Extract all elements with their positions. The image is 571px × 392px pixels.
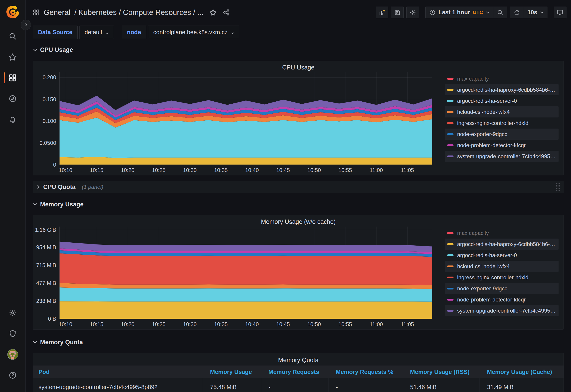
legend-item[interactable]: node-problem-detector-kfcqr <box>445 140 558 151</box>
chevron-down-icon <box>231 29 234 36</box>
active-indicator <box>4 72 5 83</box>
time-range-picker[interactable]: Last 1 hour UTC <box>426 7 493 18</box>
legend-item[interactable]: node-exporter-9dgcc <box>445 283 558 294</box>
table-cell: - <box>328 378 403 392</box>
x-axis-tick-label: 11:05 <box>401 167 414 173</box>
legend-swatch <box>447 155 454 157</box>
panel-title[interactable]: CPU Usage <box>36 63 561 72</box>
area-series <box>59 253 432 285</box>
x-axis-tick-label: 11:00 <box>370 167 383 173</box>
legend-item[interactable]: node-exporter-9dgcc <box>445 128 558 140</box>
zoom-out-button[interactable] <box>493 7 507 18</box>
sidebar-item-dashboards[interactable] <box>0 68 26 88</box>
expand-sidebar-button[interactable] <box>21 20 31 30</box>
breadcrumb-path[interactable]: / Kubernetes / Compute Resources / ... <box>74 8 203 17</box>
legend-item[interactable]: hcloud-csi-node-lwfx4 <box>445 106 558 117</box>
share-dashboard-button[interactable] <box>223 9 230 16</box>
monitor-icon <box>557 9 564 16</box>
add-panel-button[interactable] <box>376 7 388 18</box>
column-header[interactable]: Memory Usage (RSS) <box>403 365 480 378</box>
y-axis-tick-label: 0.150 <box>43 96 56 102</box>
section-memory-usage[interactable]: Memory Usage <box>33 199 564 209</box>
sidebar-item-help[interactable] <box>0 365 26 386</box>
legend-item[interactable]: argocd-redis-ha-haproxy-6cdbb584b6-z72nt <box>445 84 558 95</box>
chart-plot-area[interactable] <box>59 226 432 319</box>
stacked-area-chart <box>59 72 432 165</box>
x-axis-tick-label: 10:10 <box>59 167 72 173</box>
column-header[interactable]: Memory Requests % <box>328 365 403 378</box>
chart-legend: max capacityargocd-redis-ha-haproxy-6cdb… <box>432 226 561 328</box>
zoom-out-icon <box>497 9 503 16</box>
sidebar <box>0 0 26 392</box>
sidebar-item-profile[interactable] <box>0 344 26 365</box>
table-cell: system-upgrade-controller-7cfb4c4995-8p8… <box>33 378 203 392</box>
legend-item[interactable]: system-upgrade-controller-7cfb4c4995-8p8… <box>445 305 558 316</box>
stacked-area-chart <box>59 226 432 319</box>
legend-label: argocd-redis-ha-server-0 <box>457 252 517 258</box>
legend-item[interactable]: argocd-redis-ha-server-0 <box>445 250 558 261</box>
legend-label: argocd-redis-ha-server-0 <box>457 98 517 104</box>
node-value-dropdown[interactable]: controlplane.bee.k8s.vxm.cz <box>148 26 239 39</box>
legend-item[interactable]: ingress-nginx-controller-hdxld <box>445 272 558 283</box>
legend-item[interactable]: hcloud-csi-node-lwfx4 <box>445 261 558 272</box>
legend-item[interactable]: ingress-nginx-controller-hdxld <box>445 117 558 128</box>
area-series <box>59 301 432 319</box>
datasource-value-dropdown[interactable]: default <box>79 26 114 39</box>
column-header[interactable]: Memory Usage <box>203 365 261 378</box>
dashboard-settings-button[interactable] <box>406 7 419 18</box>
x-axis-tick-label: 11:05 <box>401 321 414 327</box>
panel-title[interactable]: Memory Usage (w/o cache) <box>36 217 561 226</box>
y-axis-tick-label: 0 <box>53 162 56 168</box>
sidebar-item-search[interactable] <box>0 26 26 47</box>
sidebar-item-server-admin[interactable] <box>0 323 26 344</box>
gear-icon <box>409 9 416 16</box>
table-cell: 31.49 MiB <box>480 378 564 392</box>
section-memory-quota[interactable]: Memory Quota <box>33 337 564 347</box>
legend-swatch <box>447 243 454 245</box>
legend-item[interactable]: argocd-redis-ha-server-0 <box>445 95 558 106</box>
legend-swatch <box>447 111 454 113</box>
legend-item[interactable]: node-problem-detector-kfcqr <box>445 294 558 305</box>
star-dashboard-button[interactable] <box>209 9 217 16</box>
table-header-row: PodMemory UsageMemory RequestsMemory Req… <box>33 365 564 378</box>
panel-title[interactable]: Memory Quota <box>33 355 564 365</box>
table-row[interactable]: system-upgrade-controller-7cfb4c4995-8p8… <box>33 378 564 392</box>
sidebar-item-explore[interactable] <box>0 88 26 109</box>
section-title: Memory Usage <box>40 201 84 208</box>
legend-item[interactable]: max capacity <box>445 73 558 84</box>
column-header[interactable]: Pod <box>33 365 203 378</box>
legend-swatch <box>447 254 454 256</box>
node-label-chip: node <box>122 26 146 39</box>
title-actions <box>209 9 230 16</box>
x-axis-tick-label: 10:40 <box>245 321 259 327</box>
refresh-interval-label: 10s <box>528 9 537 16</box>
section-cpu-quota[interactable]: CPU Quota (1 panel) <box>33 181 564 193</box>
chart-plot-area[interactable] <box>59 72 432 165</box>
breadcrumb[interactable]: General / Kubernetes / Compute Resources… <box>33 8 203 17</box>
sidebar-item-starred[interactable] <box>0 47 26 68</box>
refresh-interval-dropdown[interactable]: 10s <box>524 7 547 18</box>
refresh-button[interactable] <box>510 7 524 18</box>
y-axis-tick-label: 1.16 GiB <box>35 227 56 233</box>
grafana-logo[interactable] <box>4 3 22 21</box>
row-drag-handle[interactable] <box>556 183 560 191</box>
breadcrumb-root[interactable]: General <box>44 8 70 17</box>
chevron-down-icon <box>105 29 109 36</box>
section-cpu-usage[interactable]: CPU Usage <box>33 45 564 55</box>
table-cell: 51.46 MiB <box>403 378 480 392</box>
column-header[interactable]: Memory Usage (Cache) <box>480 365 564 378</box>
cycle-view-mode-button[interactable] <box>554 7 567 18</box>
compass-icon <box>9 95 17 103</box>
legend-item[interactable]: argocd-redis-ha-haproxy-6cdbb584b6-z72nt <box>445 238 558 250</box>
legend-swatch <box>447 78 454 80</box>
chart-body: 0 B238 MiB477 MiB715 MiB954 MiB1.16 GiB … <box>36 226 561 328</box>
toolbar: Last 1 hour UTC <box>376 7 567 18</box>
save-dashboard-button[interactable] <box>391 7 404 18</box>
sidebar-item-alerting[interactable] <box>0 109 26 130</box>
sidebar-item-settings[interactable] <box>0 302 26 323</box>
column-header[interactable]: Memory Requests <box>261 365 328 378</box>
legend-item[interactable]: system-upgrade-controller-7cfb4c4995-8p8… <box>445 151 558 162</box>
legend-item[interactable]: max capacity <box>445 227 558 238</box>
memory-quota-panel: Memory Quota PodMemory UsageMemory Reque… <box>33 353 564 392</box>
x-axis: 10:1010:1510:2010:2510:3010:3510:4010:45… <box>59 165 432 174</box>
